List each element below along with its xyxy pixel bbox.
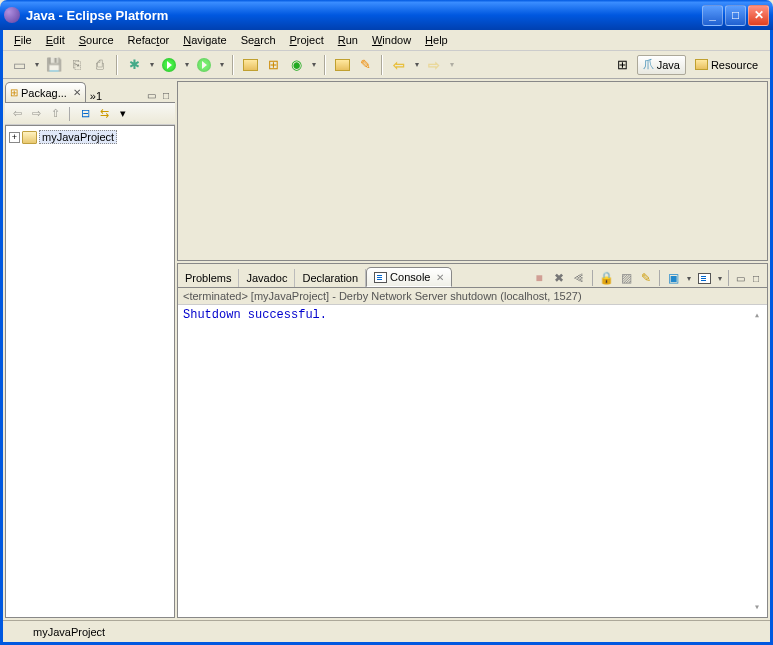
expand-icon[interactable]: + bbox=[9, 132, 20, 143]
folder-icon bbox=[22, 131, 37, 144]
close-button[interactable]: ✕ bbox=[748, 5, 769, 26]
console-text: Shutdown successful. bbox=[183, 308, 327, 322]
menu-search[interactable]: Search bbox=[234, 32, 283, 48]
left-pane: ⊞ Packag... ✕ »1 ▭ □ ⇦ ⇨ ⇧ ⊟ ⇆ ▾ + myJav… bbox=[5, 81, 175, 618]
maximize-bottom-button[interactable]: □ bbox=[749, 271, 763, 285]
forward-button[interactable]: ⇨ bbox=[424, 55, 444, 75]
new-button[interactable]: ▭ bbox=[9, 55, 29, 75]
maximize-view-button[interactable]: □ bbox=[159, 88, 173, 102]
run-button[interactable] bbox=[159, 55, 179, 75]
tab-problems[interactable]: Problems bbox=[178, 269, 239, 287]
run-dropdown[interactable]: ▾ bbox=[182, 60, 191, 69]
titlebar: Java - Eclipse Platform _ □ ✕ bbox=[0, 0, 773, 30]
tree-item-project[interactable]: + myJavaProject bbox=[9, 129, 171, 145]
tab-overflow[interactable]: »1 bbox=[86, 90, 106, 102]
maximize-button[interactable]: □ bbox=[725, 5, 746, 26]
tab-declaration[interactable]: Declaration bbox=[295, 269, 366, 287]
open-console-dropdown[interactable]: ▾ bbox=[715, 274, 724, 283]
forward-dropdown[interactable]: ▾ bbox=[447, 60, 456, 69]
package-explorer-toolbar: ⇦ ⇨ ⇧ ⊟ ⇆ ▾ bbox=[5, 103, 175, 125]
scroll-down-icon[interactable]: ▾ bbox=[749, 599, 765, 615]
menu-navigate[interactable]: Navigate bbox=[176, 32, 233, 48]
pin-console-button[interactable]: ✎ bbox=[637, 269, 655, 287]
new-dropdown[interactable]: ▾ bbox=[32, 60, 41, 69]
tab-console[interactable]: Console ✕ bbox=[366, 267, 452, 287]
minimize-bottom-button[interactable]: ▭ bbox=[733, 271, 747, 285]
package-explorer-tab[interactable]: ⊞ Packag... ✕ bbox=[5, 82, 86, 102]
menu-file[interactable]: File bbox=[7, 32, 39, 48]
display-console-button[interactable]: ▣ bbox=[664, 269, 682, 287]
package-explorer-tree[interactable]: + myJavaProject bbox=[5, 125, 175, 618]
terminate-button[interactable]: ■ bbox=[530, 269, 548, 287]
eclipse-icon bbox=[4, 7, 20, 23]
up-nav-button[interactable]: ⇧ bbox=[47, 106, 63, 122]
link-editor-button[interactable]: ⇆ bbox=[96, 106, 112, 122]
tab-javadoc[interactable]: Javadoc bbox=[239, 269, 295, 287]
menu-run[interactable]: Run bbox=[331, 32, 365, 48]
forward-nav-button[interactable]: ⇨ bbox=[28, 106, 44, 122]
new-package-button[interactable]: ⊞ bbox=[263, 55, 283, 75]
open-console-button[interactable] bbox=[695, 269, 713, 287]
main-toolbar: ▭ ▾ 💾 ⎘ ⎙ ✱ ▾ ▾ ▾ ⊞ ◉ ▾ ✎ ⇦ ▾ ⇨ ▾ ⊞ 爪Jav… bbox=[3, 51, 770, 79]
minimize-button[interactable]: _ bbox=[702, 5, 723, 26]
menu-help[interactable]: Help bbox=[418, 32, 455, 48]
editor-area[interactable] bbox=[177, 81, 768, 261]
console-tab-label: Console bbox=[390, 271, 430, 283]
new-project-button[interactable] bbox=[240, 55, 260, 75]
menu-window[interactable]: Window bbox=[365, 32, 418, 48]
menu-refactor[interactable]: Refactor bbox=[121, 32, 177, 48]
run-last-button[interactable] bbox=[194, 55, 214, 75]
console-output[interactable]: Shutdown successful. ▴ ▾ bbox=[178, 305, 767, 617]
menu-project[interactable]: Project bbox=[283, 32, 331, 48]
perspective-java[interactable]: 爪Java bbox=[637, 55, 686, 75]
menu-edit[interactable]: Edit bbox=[39, 32, 72, 48]
back-button[interactable]: ⇦ bbox=[389, 55, 409, 75]
status-project: myJavaProject bbox=[23, 624, 115, 640]
back-dropdown[interactable]: ▾ bbox=[412, 60, 421, 69]
back-nav-button[interactable]: ⇦ bbox=[9, 106, 25, 122]
bottom-view-stack: Problems Javadoc Declaration Console ✕ ■… bbox=[177, 263, 768, 618]
statusbar: myJavaProject bbox=[3, 620, 770, 642]
perspective-resource[interactable]: Resource bbox=[689, 55, 764, 75]
package-explorer-label: Packag... bbox=[21, 87, 67, 99]
search-button[interactable]: ✎ bbox=[355, 55, 375, 75]
console-description: <terminated> [myJavaProject] - Derby Net… bbox=[178, 288, 767, 305]
new-class-button[interactable]: ◉ bbox=[286, 55, 306, 75]
print-button[interactable]: ⎙ bbox=[90, 55, 110, 75]
display-console-dropdown[interactable]: ▾ bbox=[684, 274, 693, 283]
scroll-up-icon[interactable]: ▴ bbox=[749, 307, 765, 323]
close-tab-icon[interactable]: ✕ bbox=[73, 87, 81, 98]
project-label[interactable]: myJavaProject bbox=[39, 130, 117, 144]
remove-launch-button[interactable]: ✖ bbox=[550, 269, 568, 287]
run-last-dropdown[interactable]: ▾ bbox=[217, 60, 226, 69]
new-class-dropdown[interactable]: ▾ bbox=[309, 60, 318, 69]
console-icon bbox=[374, 272, 387, 283]
save-all-button[interactable]: ⎘ bbox=[67, 55, 87, 75]
scroll-lock-button[interactable]: 🔒 bbox=[597, 269, 615, 287]
save-button[interactable]: 💾 bbox=[44, 55, 64, 75]
debug-dropdown[interactable]: ▾ bbox=[147, 60, 156, 69]
close-console-icon[interactable]: ✕ bbox=[436, 272, 444, 283]
menubar: File Edit Source Refactor Navigate Searc… bbox=[3, 30, 770, 51]
remove-all-button[interactable]: ⫷ bbox=[570, 269, 588, 287]
menu-source[interactable]: Source bbox=[72, 32, 121, 48]
window-title: Java - Eclipse Platform bbox=[26, 8, 702, 23]
open-type-button[interactable] bbox=[332, 55, 352, 75]
clear-console-button[interactable]: ▨ bbox=[617, 269, 635, 287]
collapse-all-button[interactable]: ⊟ bbox=[77, 106, 93, 122]
debug-button[interactable]: ✱ bbox=[124, 55, 144, 75]
view-menu-button[interactable]: ▾ bbox=[115, 106, 131, 122]
open-perspective-button[interactable]: ⊞ bbox=[612, 55, 634, 75]
minimize-view-button[interactable]: ▭ bbox=[144, 88, 158, 102]
